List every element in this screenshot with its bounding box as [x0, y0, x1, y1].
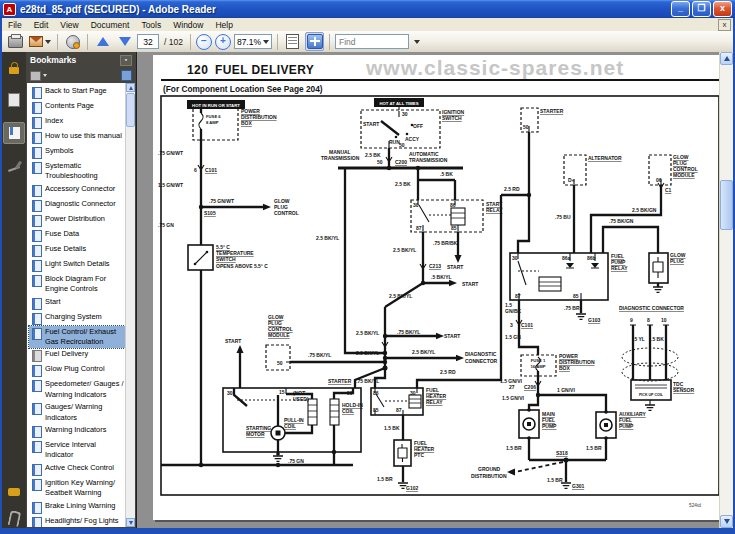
scrollbar-thumb[interactable]: [720, 180, 733, 230]
bookmark-item[interactable]: Diagnostic Connector: [29, 198, 125, 213]
panel-menu-button[interactable]: ▪: [120, 55, 132, 66]
diagram-label: STARTER: [540, 108, 564, 114]
diagram-label: D+: [568, 177, 575, 183]
attachments-panel-button[interactable]: [4, 508, 24, 528]
bookmark-item[interactable]: Contents Page: [29, 100, 125, 115]
bookmark-page-icon: [32, 147, 42, 159]
bookmark-item[interactable]: How to use this manual: [29, 130, 125, 145]
bookmark-item[interactable]: Active Check Control: [29, 462, 125, 477]
bookmark-options-button[interactable]: [30, 71, 47, 81]
diagram-label: START: [447, 264, 463, 270]
bookmarks-scrollbar[interactable]: [125, 83, 135, 527]
page-width-button[interactable]: [283, 32, 302, 51]
title-bar[interactable]: A e28td_85.pdf (SECURED) - Adobe Reader …: [0, 0, 735, 18]
scroll-down-button[interactable]: [126, 518, 135, 527]
bookmark-item[interactable]: Fuel Control/ Exhaust Gas Recirculation: [29, 326, 125, 349]
bookmark-item[interactable]: Warning Indicators: [29, 424, 125, 439]
bookmark-item[interactable]: Light Switch Details: [29, 258, 125, 273]
page-number-input[interactable]: [137, 34, 159, 49]
bookmark-item[interactable]: Fuse Details: [29, 243, 125, 258]
diagram-label: 2.5 BK/YL: [316, 235, 339, 241]
collaborate-button[interactable]: [63, 32, 82, 51]
document-scrollbar[interactable]: [719, 52, 733, 528]
bookmark-item[interactable]: Back to Start Page: [29, 85, 125, 100]
print-button[interactable]: [6, 32, 25, 51]
diagram-label: MOTOR: [246, 431, 265, 437]
bookmark-item[interactable]: Index: [29, 115, 125, 130]
bookmark-item[interactable]: Glow Plug Control: [29, 363, 125, 378]
scroll-up-button[interactable]: [720, 52, 733, 65]
bookmark-item[interactable]: Brake Lining Warning: [29, 500, 125, 515]
bookmark-item[interactable]: Power Distribution: [29, 213, 125, 228]
diagram-label: SWITCH: [216, 256, 236, 262]
bookmark-page-icon: [32, 132, 42, 144]
chevron-down-icon: [414, 40, 420, 44]
bookmark-item[interactable]: Charging System: [29, 311, 125, 326]
diagram-label: 2.5 BK/YL: [356, 330, 379, 336]
bookmarks-panel: Bookmarks ▪ Back to Start PageContents P…: [26, 52, 137, 528]
diagram-label: G103: [588, 317, 600, 323]
diagram-label: 50: [523, 124, 529, 130]
diagram-label: FUSE 6: [206, 114, 221, 119]
bookmark-item[interactable]: Fuel Delivery: [29, 348, 125, 363]
bookmark-item[interactable]: Accessory Connector: [29, 183, 125, 198]
full-screen-button[interactable]: [305, 32, 324, 51]
expand-current-bookmark-button[interactable]: [121, 70, 132, 81]
menu-help[interactable]: Help: [209, 20, 238, 30]
diagram-label: 2.5 BK: [365, 152, 381, 158]
diagram-label: 1.5 BR: [506, 445, 522, 451]
zoom-in-button[interactable]: +: [215, 34, 231, 50]
zoom-level-select[interactable]: 87.1%: [234, 34, 272, 49]
bookmark-page-icon: [32, 517, 42, 527]
bookmark-item[interactable]: Speedometer/ Gauges / Warning Indicators: [29, 378, 125, 401]
pages-panel-button[interactable]: [4, 90, 24, 110]
scroll-up-button[interactable]: [126, 83, 135, 92]
diagram-label: START: [225, 338, 241, 344]
chevron-down-icon: [43, 74, 47, 77]
minimize-button[interactable]: _: [671, 1, 690, 17]
bookmark-item[interactable]: Service Interval Indicator: [29, 439, 125, 462]
comments-panel-button[interactable]: [4, 476, 24, 496]
diagram-label: MODULE: [268, 332, 290, 338]
email-button[interactable]: [28, 32, 52, 51]
diagram-label: PICK UP COIL: [639, 393, 664, 397]
diagram-label: 9: [630, 317, 633, 323]
security-panel-button[interactable]: [4, 58, 24, 78]
bookmark-item[interactable]: Gauges/ Warning Indicators: [29, 401, 125, 424]
menu-window[interactable]: Window: [167, 20, 209, 30]
menu-view[interactable]: View: [54, 20, 84, 30]
diagram-label: 1.5 BR: [586, 445, 602, 451]
bookmark-item[interactable]: Start: [29, 296, 125, 311]
bookmark-item[interactable]: Symbols: [29, 145, 125, 160]
menu-edit[interactable]: Edit: [28, 20, 55, 30]
bookmarks-panel-button[interactable]: [3, 122, 25, 144]
bookmark-item[interactable]: Ignition Key Warning/ Seatbelt Warning: [29, 477, 125, 500]
close-document-button[interactable]: x: [718, 19, 731, 31]
bookmark-item[interactable]: Fuse Data: [29, 228, 125, 243]
diagram-label: 1.5 BK: [384, 425, 400, 431]
diagram-label: GN/BK: [505, 308, 522, 314]
bookmark-item[interactable]: Systematic Troubleshooting: [29, 160, 125, 183]
restore-button[interactable]: ❐: [692, 1, 711, 17]
close-button[interactable]: x: [713, 1, 732, 17]
document-pane[interactable]: 120FUEL DELIVERYwww.classic-spares.net(F…: [137, 52, 733, 528]
bookmark-item[interactable]: Headlights/ Fog Lights: [29, 515, 125, 527]
menu-tools[interactable]: Tools: [135, 20, 167, 30]
scroll-down-button[interactable]: [720, 515, 733, 528]
scrollbar-thumb[interactable]: [126, 93, 135, 127]
bookmark-item[interactable]: Block Diagram For Engine Controls: [29, 273, 125, 296]
menu-file[interactable]: File: [2, 20, 28, 30]
menu-document[interactable]: Document: [85, 20, 136, 30]
previous-page-button[interactable]: [93, 32, 112, 51]
diagram-label: PTC: [414, 452, 424, 458]
bookmark-item-label: Charging System: [45, 312, 102, 322]
signatures-panel-button[interactable]: [4, 156, 24, 176]
bookmark-item-label: Active Check Control: [45, 463, 114, 473]
diagram-label: 1.5 GN: [505, 334, 521, 340]
bookmark-page-icon: [32, 185, 42, 197]
zoom-out-button[interactable]: −: [196, 34, 212, 50]
diagram-label: 30: [413, 202, 419, 208]
diagram-label: .75 BK/GN: [609, 218, 634, 224]
find-input[interactable]: [335, 34, 409, 49]
next-page-button[interactable]: [115, 32, 134, 51]
